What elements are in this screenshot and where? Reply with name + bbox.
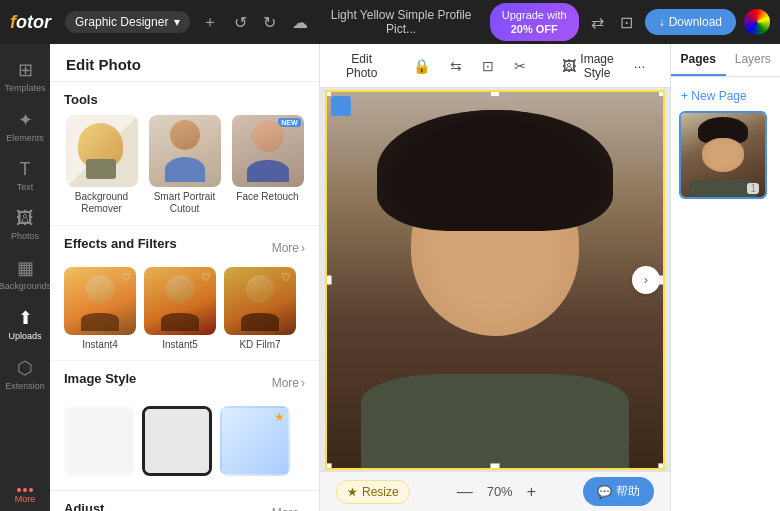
kdfilm7-label: KD Film7 — [239, 339, 280, 350]
sidebar-label-extension: Extension — [5, 381, 45, 391]
adjust-section-header: Adjust More › — [64, 501, 305, 511]
sidebar-label-templates: Templates — [4, 83, 45, 93]
sidebar-item-backgrounds[interactable]: ▦ Backgrounds — [2, 250, 48, 298]
upgrade-button[interactable]: Upgrade with 20% OFF — [490, 3, 579, 42]
page-thumbnail-1[interactable]: 1 — [679, 111, 767, 199]
topbar-right: Upgrade with 20% OFF ⇄ ⊡ ↓ Download — [490, 3, 770, 42]
right-panel-body: + New Page 1 — [671, 77, 780, 511]
image-icon: 🖼 — [562, 58, 576, 74]
canvas-edit-photo-btn[interactable]: Edit Photo — [340, 48, 383, 84]
canvas-save-btn[interactable]: 💾 — [667, 54, 670, 78]
handle-left-center[interactable] — [325, 275, 332, 285]
download-icon: ↓ — [659, 15, 665, 29]
sidebar-item-more[interactable]: More — [2, 481, 48, 511]
canvas-lock-btn[interactable]: 🔒 — [407, 54, 436, 78]
effects-more-link[interactable]: More › — [272, 241, 305, 255]
tab-layers[interactable]: Layers — [726, 44, 781, 76]
style-dark-border[interactable] — [142, 406, 212, 476]
tools-section-title: Tools — [64, 92, 305, 107]
handle-bottom-left[interactable] — [325, 463, 332, 470]
cloud-sync-button[interactable]: ☁ — [288, 9, 312, 36]
download-label: Download — [669, 15, 722, 29]
handle-bottom-right[interactable] — [658, 463, 665, 470]
image-style-header: Image Style More › — [64, 371, 305, 394]
resize-label: Resize — [362, 485, 399, 499]
right-panel-tabs: Pages Layers — [671, 44, 780, 77]
canvas-bottom-bar: ★ Resize — 70% + 💬 帮助 — [320, 471, 670, 511]
style-row: ★ — [64, 402, 305, 480]
zoom-controls: — 70% + — [451, 481, 542, 503]
heart-icon: ♡ — [121, 271, 131, 284]
canvas-image-style-btn[interactable]: 🖼 Image Style — [556, 48, 619, 84]
fullscreen-button[interactable]: ⊡ — [616, 9, 637, 36]
photo-image — [327, 92, 663, 468]
workspace-selector[interactable]: Graphic Designer ▾ — [65, 11, 190, 33]
share-button[interactable]: ⇄ — [587, 9, 608, 36]
sidebar-item-text[interactable]: T Text — [2, 152, 48, 199]
adjust-more-link[interactable]: More › — [272, 506, 305, 512]
effects-more-label: More — [272, 241, 299, 255]
filter-instant5[interactable]: ♡ Instant5 — [144, 267, 216, 350]
shirt-art — [361, 374, 630, 468]
instant5-label: Instant5 — [162, 339, 198, 350]
upgrade-pct: 20% OFF — [511, 23, 558, 35]
tool-smart-portrait[interactable]: Smart Portrait Cutout — [147, 115, 222, 215]
undo-button[interactable]: ↺ — [230, 9, 251, 36]
handle-top-center[interactable] — [490, 90, 500, 97]
chevron-right-icon-3: › — [301, 506, 305, 512]
heart-icon-2: ♡ — [201, 271, 211, 284]
sidebar-label-elements: Elements — [6, 133, 44, 143]
image-style-more-link[interactable]: More › — [272, 376, 305, 390]
filter-kd-film7[interactable]: ♡ KD Film7 — [224, 267, 296, 350]
style-blue-grad[interactable]: ★ — [220, 406, 290, 476]
handle-top-right[interactable] — [658, 90, 665, 97]
edit-panel-header: Edit Photo — [50, 44, 319, 82]
handle-bottom-center[interactable] — [490, 463, 500, 470]
tool-face-retouch[interactable]: NEW Face Retouch — [230, 115, 305, 215]
sidebar-label-more: More — [15, 494, 36, 504]
resize-button[interactable]: ★ Resize — [336, 480, 410, 504]
new-page-button[interactable]: + New Page — [679, 85, 772, 111]
tab-pages[interactable]: Pages — [671, 44, 726, 76]
uploads-icon: ⬆ — [18, 307, 33, 329]
sidebar-item-templates[interactable]: ⊞ Templates — [2, 52, 48, 100]
chat-help-button[interactable]: 💬 帮助 — [583, 477, 654, 506]
chevron-down-icon: ▾ — [174, 15, 180, 29]
sidebar-item-uploads[interactable]: ⬆ Uploads — [2, 300, 48, 348]
canvas-wrapper: ↻ — [325, 90, 665, 470]
photos-icon: 🖼 — [16, 208, 34, 229]
canvas-next-arrow[interactable]: › — [632, 266, 660, 294]
instant4-label: Instant4 — [82, 339, 118, 350]
canvas-more-btn[interactable]: ··· — [628, 54, 652, 78]
canvas-flip-btn[interactable]: ⇆ — [444, 54, 468, 78]
right-panel: Pages Layers + New Page 1 — [670, 44, 780, 511]
redo-button[interactable]: ↻ — [259, 9, 280, 36]
sidebar-label-backgrounds: Backgrounds — [0, 281, 51, 291]
zoom-out-button[interactable]: — — [451, 481, 479, 503]
tools-section: Tools Background Remover Smart Portrait … — [50, 82, 319, 226]
handle-top-left[interactable] — [325, 90, 332, 97]
tools-grid: Background Remover Smart Portrait Cutout… — [64, 115, 305, 215]
effects-section-header: Effects and Filters More › — [64, 236, 305, 259]
color-wheel[interactable] — [744, 9, 770, 35]
canvas-frame[interactable] — [325, 90, 665, 470]
effects-section: Effects and Filters More › ♡ Instant4 — [50, 226, 319, 361]
sidebar-item-photos[interactable]: 🖼 Photos — [2, 201, 48, 248]
tool-bg-remove[interactable]: Background Remover — [64, 115, 139, 215]
canvas-crop-btn[interactable]: ⊡ — [476, 54, 500, 78]
templates-icon: ⊞ — [18, 59, 33, 81]
sidebar-item-elements[interactable]: ✦ Elements — [2, 102, 48, 150]
filter-instant4[interactable]: ♡ Instant4 — [64, 267, 136, 350]
portrait-thumb — [149, 115, 221, 187]
sidebar-item-extension[interactable]: ⬡ Extension — [2, 350, 48, 398]
download-button[interactable]: ↓ Download — [645, 9, 736, 35]
more-dots-icon — [17, 488, 33, 492]
extension-icon: ⬡ — [17, 357, 33, 379]
new-page-label: + New Page — [681, 89, 747, 103]
add-page-button[interactable]: ＋ — [198, 8, 222, 37]
canvas-scissors-btn[interactable]: ✂ — [508, 54, 532, 78]
app-logo: fotor — [10, 12, 51, 33]
zoom-in-button[interactable]: + — [521, 481, 542, 503]
style-plain[interactable] — [64, 406, 134, 476]
adjust-section-title: Adjust — [64, 501, 104, 511]
